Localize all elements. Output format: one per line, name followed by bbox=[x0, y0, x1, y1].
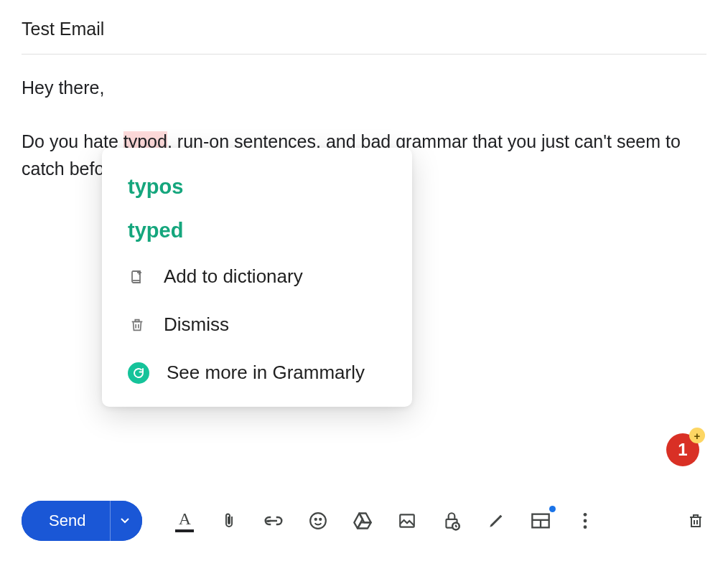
grammarly-add-dictionary[interactable]: Add to dictionary bbox=[102, 253, 412, 301]
grammarly-logo-icon bbox=[128, 362, 149, 384]
send-options-button[interactable] bbox=[111, 501, 142, 541]
emoji-button[interactable] bbox=[307, 509, 329, 533]
error-count: 1 bbox=[678, 440, 687, 460]
subject-field[interactable]: Test Email bbox=[22, 19, 706, 55]
send-button-group: Send bbox=[22, 501, 142, 541]
svg-point-6 bbox=[315, 519, 317, 520]
discard-draft-button[interactable] bbox=[685, 509, 706, 533]
error-badge-plus-icon: + bbox=[689, 428, 705, 443]
format-text-icon: A bbox=[175, 510, 194, 532]
dismiss-label: Dismiss bbox=[164, 314, 229, 336]
svg-point-7 bbox=[320, 519, 322, 520]
compose-area: Test Email Hey there, Do you hate typod,… bbox=[0, 0, 728, 182]
emoji-icon bbox=[309, 512, 327, 530]
format-button[interactable]: A bbox=[174, 509, 195, 533]
drive-button[interactable] bbox=[352, 509, 373, 533]
chevron-down-icon bbox=[121, 518, 129, 524]
link-icon bbox=[263, 514, 284, 527]
more-options-button[interactable] bbox=[574, 509, 596, 533]
lock-clock-icon bbox=[442, 511, 461, 531]
layout-icon bbox=[531, 512, 551, 529]
confidential-mode-button[interactable] bbox=[441, 509, 462, 533]
grammarly-suggestion-1[interactable]: typos bbox=[102, 165, 412, 209]
body-greeting: Hey there, bbox=[22, 75, 706, 102]
dictionary-add-icon bbox=[128, 268, 146, 286]
image-icon bbox=[398, 512, 416, 530]
grammarly-see-more[interactable]: See more in Grammarly bbox=[102, 349, 412, 397]
more-vertical-icon bbox=[582, 512, 588, 530]
svg-point-17 bbox=[584, 525, 587, 529]
see-more-label: See more in Grammarly bbox=[167, 362, 365, 384]
insert-link-button[interactable] bbox=[263, 509, 284, 533]
svg-point-16 bbox=[584, 519, 587, 523]
insert-image-button[interactable] bbox=[396, 509, 418, 533]
grammarly-popup: typos typed Add to dictionary bbox=[102, 148, 412, 407]
grammarly-error-badge[interactable]: 1 + bbox=[666, 433, 699, 466]
layout-button[interactable] bbox=[530, 509, 551, 533]
attach-button[interactable] bbox=[218, 509, 240, 533]
send-button[interactable]: Send bbox=[22, 501, 110, 541]
svg-point-15 bbox=[584, 513, 587, 517]
trash-icon bbox=[128, 316, 146, 334]
trash-icon bbox=[687, 511, 704, 531]
drive-icon bbox=[353, 512, 373, 530]
paperclip-icon bbox=[220, 511, 238, 531]
toolbar-icons: A bbox=[174, 509, 596, 533]
compose-toolbar: Send A bbox=[22, 501, 706, 541]
svg-point-5 bbox=[311, 513, 327, 529]
add-dictionary-label: Add to dictionary bbox=[164, 265, 303, 288]
pen-icon bbox=[487, 512, 505, 530]
grammarly-suggestion-2[interactable]: typed bbox=[102, 209, 412, 253]
signature-button[interactable] bbox=[485, 509, 507, 533]
notification-dot-icon bbox=[549, 506, 556, 512]
grammarly-dismiss[interactable]: Dismiss bbox=[102, 301, 412, 349]
